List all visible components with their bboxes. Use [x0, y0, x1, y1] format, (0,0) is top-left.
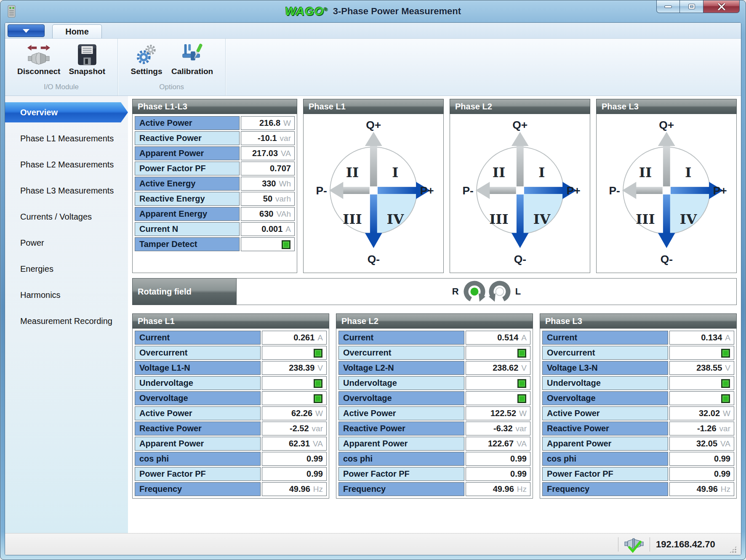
quadrant-3-label: III	[489, 211, 508, 227]
ribbon-group-buttons: Disconnect Snapshot	[8, 41, 115, 83]
disconnect-icon	[27, 43, 50, 66]
sidebar-item-currents-voltages[interactable]: Currents / Voltages	[5, 204, 128, 230]
value-number: 216.8	[259, 118, 280, 127]
row-label: Reactive Power	[135, 422, 261, 435]
axis-label-q-plus: Q+	[659, 119, 674, 131]
row-value-cell: 62.26W	[262, 406, 327, 420]
summary-table: Active Power216.8WReactive Power-10.1var…	[133, 115, 296, 252]
quadrant-1-label: I	[538, 165, 545, 180]
axis-label-p-plus: P+	[713, 184, 727, 197]
row-label: cos phi	[338, 452, 464, 466]
quadrant-3-label: III	[343, 211, 362, 227]
sidebar-item-phase-l1-measurements[interactable]: Phase L1 Measurements	[5, 125, 128, 151]
status-bar: 192.168.42.70	[5, 533, 741, 555]
settings-button[interactable]: Settings	[126, 42, 167, 77]
row-label: Active Power	[338, 406, 464, 420]
value-number: 0.261	[293, 333, 314, 342]
application-menu-button[interactable]	[8, 24, 45, 37]
sidebar-item-harmonics[interactable]: Harmonics	[5, 282, 128, 308]
row-value-cell: 216.8W	[241, 116, 295, 130]
value-number: 0.99	[306, 454, 323, 463]
table-row: Reactive Power-2.52var	[135, 422, 327, 435]
maximize-button[interactable]	[680, 0, 703, 13]
sidebar-item-overview[interactable]: Overview	[5, 102, 128, 122]
row-value-cell: 238.39V	[262, 361, 327, 375]
value-number: 0.001	[261, 224, 282, 234]
row-value-cell: 50varh	[241, 192, 295, 206]
row-indicator-cell	[262, 346, 327, 360]
value-unit: W	[723, 409, 730, 418]
sidebar-item-energies[interactable]: Energies	[5, 256, 128, 282]
value-unit: var	[312, 424, 323, 433]
axis-label-q-minus: Q-	[514, 253, 526, 265]
value-number: 238.62	[493, 363, 518, 372]
sidebar-item-measurement-recording[interactable]: Measurement Recording	[5, 308, 128, 334]
sidebar-item-label: Measurement Recording	[20, 316, 112, 326]
disconnect-button[interactable]: Disconnect	[13, 42, 64, 77]
row-label: Voltage L1-N	[135, 361, 261, 375]
sidebar-item-power[interactable]: Power	[5, 230, 128, 256]
green-status-led	[722, 395, 730, 403]
table-row: Power Factor PF0.99	[542, 467, 734, 481]
value-number: 0.99	[510, 454, 527, 463]
rotating-field-indicator: R L	[237, 278, 737, 305]
measurements-table: Current0.134AOvercurrentVoltage L3-N238.…	[541, 329, 735, 497]
table-row: Overvoltage	[338, 391, 530, 405]
row-value-cell: 0.99	[262, 452, 327, 466]
table-row: Active Power32.02W	[542, 406, 734, 420]
table-row: Active Energy330Wh	[135, 177, 295, 191]
axis-label-p-plus: P+	[566, 184, 580, 197]
power-quadrant-diagram: Q+ Q- P- P+ I II III IV	[303, 114, 444, 273]
row-label: Active Energy	[135, 177, 240, 191]
rotating-field-label: Rotating field	[132, 278, 237, 305]
value-number: -10.1	[258, 133, 277, 143]
row-value-cell: 0.514A	[466, 331, 530, 345]
row-label: Frequency	[338, 482, 464, 496]
button-label: Disconnect	[17, 67, 60, 76]
snapshot-button[interactable]: Snapshot	[65, 42, 109, 77]
connection-status-icon	[624, 536, 644, 553]
table-row: Voltage L1-N238.39V	[135, 361, 327, 375]
green-status-led	[518, 349, 526, 357]
table-row: Active Power62.26W	[135, 406, 327, 420]
tab-home[interactable]: Home	[52, 24, 102, 38]
table-row: Frequency49.96Hz	[338, 482, 530, 496]
table-row: Overvoltage	[542, 391, 734, 405]
rotation-right-icon	[462, 279, 487, 304]
titlebar[interactable]: WAGO® 3-Phase Power Measurement	[0, 0, 746, 22]
value-number: 32.02	[699, 409, 720, 418]
button-label: Snapshot	[69, 67, 105, 76]
value-unit: A	[317, 333, 323, 342]
power-quadrant-diagram: Q+ Q- P- P+ I II III IV	[596, 114, 737, 273]
table-row: Reactive Power-1.26var	[542, 422, 734, 435]
pq-quadrant-chart: Q+ Q- P- P+ I II III IV	[459, 116, 581, 267]
quadrant-4-label: IV	[679, 211, 697, 227]
value-unit: VA	[720, 439, 730, 448]
main-area: OverviewPhase L1 MeasurementsPhase L2 Me…	[5, 96, 741, 533]
row-label: Frequency	[542, 482, 668, 496]
sidebar-item-phase-l3-measurements[interactable]: Phase L3 Measurements	[5, 178, 128, 204]
ribbon-tab-row: Home	[5, 23, 741, 39]
settings-icon	[135, 43, 158, 66]
quadrant-3-label: III	[636, 211, 655, 227]
green-status-led	[518, 395, 526, 403]
row-label: Power Factor PF	[135, 162, 240, 175]
calibration-button[interactable]: Calibration	[168, 42, 217, 77]
power-quadrant-diagram: Q+ Q- P- P+ I II III IV	[450, 114, 590, 273]
quadrant-panels: Phase L1 Q+ Q-	[303, 99, 737, 273]
row-label: Reactive Power	[135, 131, 240, 145]
close-button[interactable]	[703, 0, 740, 13]
value-number: 330	[262, 179, 276, 188]
row-value-cell: 0.99	[262, 467, 327, 481]
row-indicator-cell	[466, 376, 530, 390]
axis-label-q-plus: Q+	[512, 119, 528, 131]
sidebar-item-phase-l2-measurements[interactable]: Phase L2 Measurements	[5, 151, 128, 178]
pq-quadrant-chart: Q+ Q- P- P+ I II III IV	[313, 116, 434, 267]
axis-label-p-minus: P-	[462, 184, 473, 197]
row-value-cell: 0.261A	[262, 331, 327, 345]
resize-grip[interactable]	[729, 546, 737, 553]
minimize-button[interactable]	[656, 0, 680, 13]
row-label: Overcurrent	[135, 346, 261, 360]
row-value-cell: 32.05VA	[669, 437, 734, 451]
row-label: Voltage L2-N	[338, 361, 464, 375]
